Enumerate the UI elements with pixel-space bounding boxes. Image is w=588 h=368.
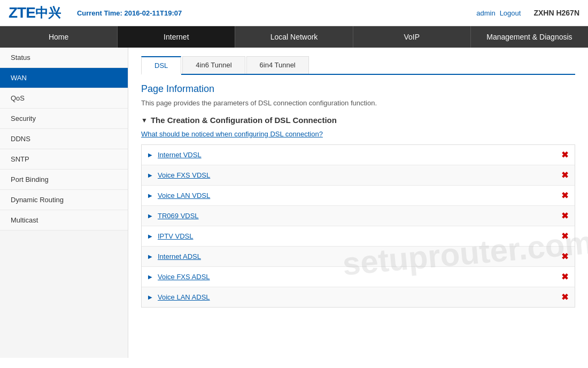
logout-link[interactable]: Logout [500, 9, 521, 17]
sidebar-item-status[interactable]: Status [0, 48, 128, 68]
collapse-icon[interactable]: ▼ [141, 117, 148, 124]
current-time-label: Current Time: [77, 9, 122, 17]
sidebar-item-security[interactable]: Security [0, 109, 128, 129]
expand-icon[interactable]: ▶ [148, 274, 152, 280]
expand-icon[interactable]: ▶ [148, 172, 152, 178]
expand-icon[interactable]: ▶ [148, 193, 152, 198]
sidebar-item-multicast[interactable]: Multicast [0, 210, 128, 231]
nav-item-management-&-diagnosis[interactable]: Management & Diagnosis [471, 26, 588, 48]
connection-list: ▶Internet VDSL✖▶Voice FXS VDSL✖▶Voice LA… [141, 144, 575, 308]
device-name: ZXHN H267N [533, 9, 579, 17]
nav-item-home[interactable]: Home [0, 26, 118, 48]
section-header: ▼ The Creation & Configuration of DSL Co… [141, 116, 575, 125]
connection-name[interactable]: Voice FXS ADSL [158, 273, 561, 281]
delete-icon[interactable]: ✖ [561, 170, 568, 180]
sidebar-item-wan[interactable]: WAN [0, 68, 128, 88]
expand-icon[interactable]: ▶ [148, 233, 152, 239]
table-row: ▶Voice FXS ADSL✖ [142, 267, 575, 287]
connection-name[interactable]: Voice FXS VDSL [158, 171, 561, 179]
connection-name[interactable]: Voice LAN VDSL [158, 191, 561, 200]
logo-zte: ZTE [9, 4, 35, 21]
delete-icon[interactable]: ✖ [561, 190, 568, 201]
current-time: Current Time: 2016-02-11T19:07 [77, 9, 476, 17]
page-desc: This page provides the parameters of DSL… [141, 99, 575, 107]
connection-name[interactable]: Internet VDSL [158, 151, 561, 159]
table-row: ▶TR069 VDSL✖ [142, 206, 575, 226]
content: setuprouter.com DSL4in6 Tunnel6in4 Tunne… [128, 48, 588, 358]
expand-icon[interactable]: ▶ [148, 254, 152, 259]
table-row: ▶Internet ADSL✖ [142, 247, 575, 267]
delete-icon[interactable]: ✖ [561, 211, 568, 221]
sidebar-item-sntp[interactable]: SNTP [0, 149, 128, 170]
tab-dsl[interactable]: DSL [141, 56, 181, 75]
expand-icon[interactable]: ▶ [148, 294, 152, 300]
expand-icon[interactable]: ▶ [148, 213, 152, 219]
expand-icon[interactable]: ▶ [148, 152, 152, 158]
delete-icon[interactable]: ✖ [561, 292, 568, 302]
tab-6in4-tunnel[interactable]: 6in4 Tunnel [246, 56, 309, 74]
delete-icon[interactable]: ✖ [561, 251, 568, 262]
sidebar-item-qos[interactable]: QoS [0, 88, 128, 109]
tab-4in6-tunnel[interactable]: 4in6 Tunnel [182, 56, 245, 74]
table-row: ▶Internet VDSL✖ [142, 145, 575, 165]
sidebar-item-ddns[interactable]: DDNS [0, 129, 128, 149]
nav-item-internet[interactable]: Internet [118, 26, 235, 48]
section-title: The Creation & Configuration of DSL Conn… [151, 116, 337, 125]
header: ZTE 中兴 Current Time: 2016-02-11T19:07 ad… [0, 0, 588, 26]
connection-name[interactable]: Internet ADSL [158, 252, 561, 260]
sidebar: StatusWANQoSSecurityDDNSSNTPPort Binding… [0, 48, 128, 358]
table-row: ▶IPTV VDSL✖ [142, 226, 575, 247]
nav-item-local-network[interactable]: Local Network [235, 26, 353, 48]
config-link[interactable]: What should be noticed when configuring … [141, 130, 575, 138]
connection-name[interactable]: TR069 VDSL [158, 212, 561, 220]
admin-link[interactable]: admin [476, 9, 495, 17]
page-title: Page Information [141, 83, 575, 95]
user-info: admin Logout ZXHN H267N [476, 9, 579, 17]
table-row: ▶Voice FXS VDSL✖ [142, 165, 575, 186]
sidebar-item-port-binding[interactable]: Port Binding [0, 170, 128, 190]
sidebar-item-dynamic-routing[interactable]: Dynamic Routing [0, 190, 128, 210]
logo-chinese: 中兴 [35, 4, 61, 21]
tabs: DSL4in6 Tunnel6in4 Tunnel [141, 56, 575, 75]
current-time-value: 2016-02-11T19:07 [125, 9, 182, 17]
delete-icon[interactable]: ✖ [561, 272, 568, 282]
table-row: ▶Voice LAN ADSL✖ [142, 287, 575, 307]
nav: HomeInternetLocal NetworkVoIPManagement … [0, 26, 588, 48]
main: StatusWANQoSSecurityDDNSSNTPPort Binding… [0, 48, 588, 358]
logo: ZTE 中兴 [9, 4, 61, 21]
delete-icon[interactable]: ✖ [561, 150, 568, 160]
connection-name[interactable]: IPTV VDSL [158, 232, 561, 240]
delete-icon[interactable]: ✖ [561, 231, 568, 241]
table-row: ▶Voice LAN VDSL✖ [142, 186, 575, 206]
nav-item-voip[interactable]: VoIP [353, 26, 471, 48]
connection-name[interactable]: Voice LAN ADSL [158, 293, 561, 301]
